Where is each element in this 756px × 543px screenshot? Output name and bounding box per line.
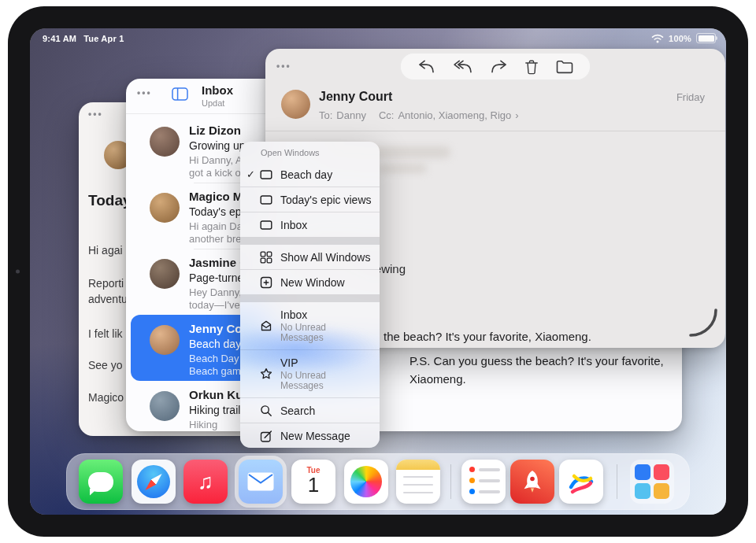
speech-bubble-icon	[88, 472, 113, 492]
to-value: Danny	[336, 109, 366, 121]
grid-icon	[260, 251, 280, 264]
menu-item-inbox-mailbox[interactable]: Inbox No Unread Messages	[240, 302, 380, 349]
message-body-line: Xiaomeng.	[410, 372, 466, 386]
avatar	[150, 127, 180, 157]
window-icon	[260, 168, 280, 181]
folder-icon[interactable]	[556, 60, 573, 74]
status-date: Tue Apr 1	[83, 34, 124, 43]
ipad-screen: 9:41 AM Tue Apr 1 100% ••• Today Hi agai…	[30, 28, 726, 515]
dock-mail-icon[interactable]	[239, 460, 283, 504]
avatar	[150, 325, 180, 355]
dock-rocket-app-icon[interactable]	[510, 460, 554, 504]
dock-safari-icon[interactable]	[132, 460, 176, 504]
menu-item-new-message[interactable]: New Message	[240, 423, 380, 448]
message-recipients[interactable]: To: Danny Cc: Antonio, Xiaomeng, Rigo ›	[319, 109, 519, 121]
menu-section-title: Open Windows	[240, 148, 380, 162]
group-divider	[240, 237, 380, 245]
mail-dock-context-menu: Open Windows ✓ Beach day Today's epic vi…	[240, 142, 380, 448]
sidebar-toggle-icon[interactable]	[172, 87, 188, 101]
star-icon	[260, 368, 280, 380]
wifi-icon	[651, 34, 664, 43]
battery-percent: 100%	[669, 34, 691, 43]
message-body-line: Hi agai	[88, 244, 123, 257]
mailbox-title: Inbox	[202, 83, 233, 97]
dock-calendar-icon[interactable]: Tue 1	[291, 460, 335, 504]
reply-all-icon[interactable]	[453, 59, 473, 74]
dock-photos-icon[interactable]	[344, 460, 388, 504]
menu-item-search[interactable]: Search	[240, 398, 380, 423]
notes-header-strip	[396, 460, 440, 470]
avatar	[150, 193, 180, 223]
message-subject: Today	[88, 192, 132, 209]
reply-icon[interactable]	[417, 59, 435, 74]
status-time: 9:41 AM	[43, 34, 76, 43]
window-controls-button[interactable]: •••	[276, 61, 291, 72]
rocket-icon	[510, 460, 554, 504]
menu-item-vip[interactable]: VIP No Unread Messages	[240, 350, 380, 397]
dock-drawing-app-icon[interactable]	[559, 460, 603, 504]
message-body-line: Reporti	[88, 277, 124, 290]
window-icon	[260, 219, 280, 231]
status-bar-left: 9:41 AM Tue Apr 1	[43, 34, 124, 43]
message-sender-name: Jenny Court	[319, 90, 392, 104]
dock-app-library-icon[interactable]	[630, 460, 674, 504]
dock-notes-icon[interactable]	[396, 460, 440, 504]
chevron-right-icon[interactable]: ›	[515, 109, 518, 121]
window-resize-indicator[interactable]	[687, 307, 719, 342]
window-controls-button[interactable]: •••	[137, 87, 152, 98]
flower-icon	[350, 466, 382, 497]
window-controls-button[interactable]: •••	[88, 109, 103, 120]
calendar-day: 1	[291, 473, 335, 497]
envelope-icon	[239, 460, 283, 504]
message-body-line: P.S. Can you guess the beach? It's your …	[410, 354, 664, 368]
avatar	[150, 391, 180, 421]
scribble-icon	[559, 460, 603, 504]
trash-icon[interactable]	[524, 59, 539, 75]
group-divider	[240, 294, 380, 302]
message-body-line: Magico	[88, 391, 124, 404]
window-icon	[260, 194, 280, 206]
cc-value: Antonio, Xiaomeng, Rigo	[398, 109, 511, 121]
message-body-line: See yo	[88, 359, 123, 371]
search-icon	[260, 404, 280, 417]
blurred-text	[378, 164, 427, 173]
message-body-line: adventu	[88, 293, 128, 305]
avatar	[281, 90, 310, 119]
divider	[265, 131, 725, 131]
menu-item-todays-epic-views[interactable]: Today's epic views	[240, 187, 380, 212]
front-camera	[16, 270, 20, 274]
message-date: Friday	[676, 91, 705, 103]
dock-music-icon[interactable]: ♫	[183, 460, 228, 504]
ipad-device-frame: 9:41 AM Tue Apr 1 100% ••• Today Hi agai…	[8, 6, 748, 537]
compose-icon	[260, 430, 280, 442]
checkmark-icon: ✓	[246, 168, 260, 180]
menu-item-inbox-window[interactable]: Inbox	[240, 212, 380, 237]
plus-window-icon	[260, 276, 280, 289]
menu-item-show-all-windows[interactable]: Show All Windows	[240, 245, 380, 269]
forward-icon[interactable]	[490, 59, 508, 74]
message-toolbar	[400, 53, 591, 80]
app-library-grid-icon	[635, 464, 669, 499]
mailbox-status: Updat	[202, 98, 224, 108]
dock-divider	[617, 464, 617, 499]
menu-item-new-window[interactable]: New Window	[240, 270, 380, 294]
dock-messages-icon[interactable]	[79, 460, 123, 504]
compass-icon	[137, 465, 170, 498]
dock: ♫ Tue 1	[66, 453, 690, 510]
message-body-line: the beach? It's your favorite, Xiaomeng.	[384, 330, 591, 343]
music-note-icon: ♫	[183, 460, 228, 504]
status-bar-right: 100%	[651, 33, 716, 43]
battery-icon	[696, 33, 716, 43]
dock-divider	[450, 464, 451, 499]
menu-item-beach-day[interactable]: ✓ Beach day	[240, 162, 380, 187]
message-body-line: I felt lik	[88, 327, 123, 340]
dock-reminders-icon[interactable]	[461, 460, 506, 504]
envelope-open-icon	[260, 320, 280, 332]
to-label: To:	[319, 109, 332, 121]
avatar	[150, 259, 180, 289]
cc-label: Cc:	[379, 109, 395, 121]
